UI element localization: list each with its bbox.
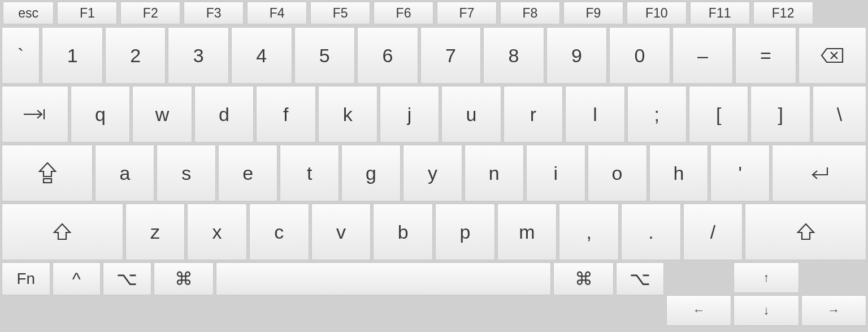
key-c[interactable]: c [249, 204, 309, 260]
key-v[interactable]: v [311, 204, 371, 260]
key-8[interactable]: 8 [483, 27, 544, 84]
key-o[interactable]: o [588, 145, 647, 201]
key-backspace[interactable] [798, 27, 866, 84]
key-option-left[interactable]: ⌥ [103, 262, 151, 295]
key-i[interactable]: i [526, 145, 585, 201]
key-a[interactable]: a [95, 145, 154, 201]
key-f8[interactable]: F8 [500, 2, 560, 24]
shift-icon [52, 222, 72, 242]
key-bracket-right[interactable]: ] [750, 86, 810, 143]
key-u[interactable]: u [441, 86, 501, 143]
key-enter[interactable] [772, 145, 866, 201]
qwerty-row-1: q w d f k j u r l ; [ ] \ [0, 85, 868, 144]
key-minus[interactable]: – [672, 27, 734, 84]
key-0[interactable]: 0 [609, 27, 670, 84]
arrow-cluster-spacer [666, 262, 731, 293]
key-p[interactable]: p [435, 204, 495, 260]
key-f11[interactable]: F11 [690, 2, 750, 24]
key-s[interactable]: s [157, 145, 216, 201]
on-screen-keyboard: esc F1 F2 F3 F4 F5 F6 F7 F8 F9 F10 F11 F… [0, 0, 868, 332]
key-3[interactable]: 3 [168, 27, 229, 84]
number-row: ` 1 2 3 4 5 6 7 8 9 0 – = [0, 26, 868, 85]
control-icon: ^ [72, 269, 81, 290]
key-slash[interactable]: / [683, 204, 743, 260]
arrow-down-icon: ↓ [763, 303, 770, 318]
key-h[interactable]: h [649, 145, 709, 201]
key-2[interactable]: 2 [105, 27, 166, 84]
key-space[interactable] [216, 262, 551, 295]
key-f1[interactable]: F1 [57, 2, 117, 24]
key-6[interactable]: 6 [357, 27, 418, 84]
key-semicolon[interactable]: ; [627, 86, 687, 143]
key-command-left[interactable]: ⌘ [154, 262, 214, 295]
key-g[interactable]: g [341, 145, 401, 201]
key-5[interactable]: 5 [294, 27, 355, 84]
key-f12[interactable]: F12 [753, 2, 813, 24]
key-f9[interactable]: F9 [563, 2, 623, 24]
key-f4[interactable]: F4 [247, 2, 307, 24]
key-backslash[interactable]: \ [813, 86, 866, 143]
key-comma[interactable]: , [559, 204, 619, 260]
key-j[interactable]: j [380, 86, 439, 143]
key-f7[interactable]: F7 [437, 2, 497, 24]
command-icon: ⌘ [575, 268, 593, 290]
key-fn[interactable]: Fn [2, 262, 50, 295]
arrow-key-cluster: ↑ ← ↓ → [666, 262, 866, 326]
key-9[interactable]: 9 [546, 27, 607, 84]
key-escape[interactable]: esc [3, 2, 54, 24]
command-icon: ⌘ [175, 268, 193, 290]
arrow-cluster-spacer [801, 262, 866, 293]
key-m[interactable]: m [497, 204, 557, 260]
key-r[interactable]: r [504, 86, 563, 143]
option-icon: ⌥ [116, 268, 137, 290]
key-f[interactable]: f [256, 86, 315, 143]
key-4[interactable]: 4 [231, 27, 292, 84]
key-w[interactable]: w [132, 86, 192, 143]
key-1[interactable]: 1 [42, 27, 103, 84]
key-shift-right[interactable] [745, 204, 866, 260]
key-equals[interactable]: = [735, 27, 796, 84]
key-7[interactable]: 7 [420, 27, 481, 84]
key-y[interactable]: y [403, 145, 462, 201]
option-icon: ⌥ [630, 268, 650, 290]
key-arrow-down[interactable]: ↓ [734, 295, 798, 326]
key-option-right[interactable]: ⌥ [616, 262, 665, 295]
key-e[interactable]: e [218, 145, 277, 201]
key-x[interactable]: x [187, 204, 247, 260]
return-icon [807, 165, 832, 182]
key-q[interactable]: q [71, 86, 130, 143]
key-tab[interactable] [2, 86, 68, 143]
key-b[interactable]: b [373, 204, 433, 260]
qwerty-row-2: a s e t g y n i o h ' [0, 144, 868, 202]
key-control[interactable]: ^ [53, 262, 101, 295]
key-shift-left[interactable] [2, 204, 123, 260]
key-t[interactable]: t [280, 145, 339, 201]
svg-rect-2 [44, 179, 51, 183]
key-l[interactable]: l [565, 86, 624, 143]
key-bracket-left[interactable]: [ [689, 86, 748, 143]
key-apostrophe[interactable]: ' [710, 145, 770, 201]
key-d[interactable]: d [194, 86, 254, 143]
key-f5[interactable]: F5 [310, 2, 370, 24]
key-arrow-left[interactable]: ← [666, 295, 731, 326]
key-f6[interactable]: F6 [374, 2, 433, 24]
key-z[interactable]: z [125, 204, 185, 260]
arrow-right-icon: → [827, 303, 840, 318]
key-arrow-up[interactable]: ↑ [734, 262, 800, 293]
key-n[interactable]: n [465, 145, 524, 201]
arrow-left-icon: ← [693, 303, 705, 318]
shift-icon [796, 222, 816, 242]
backspace-icon [820, 47, 845, 64]
key-backtick[interactable]: ` [2, 27, 40, 84]
key-arrow-right[interactable]: → [801, 295, 866, 326]
qwerty-row-3: z x c v b p m , . / [0, 202, 868, 261]
key-period[interactable]: . [621, 204, 681, 260]
key-f3[interactable]: F3 [184, 2, 244, 24]
key-f2[interactable]: F2 [120, 2, 180, 24]
key-f10[interactable]: F10 [627, 2, 687, 24]
key-capslock[interactable] [2, 145, 93, 201]
key-k[interactable]: k [318, 86, 377, 143]
capslock-icon [37, 161, 58, 185]
key-command-right[interactable]: ⌘ [553, 262, 613, 295]
tab-icon [21, 107, 49, 121]
